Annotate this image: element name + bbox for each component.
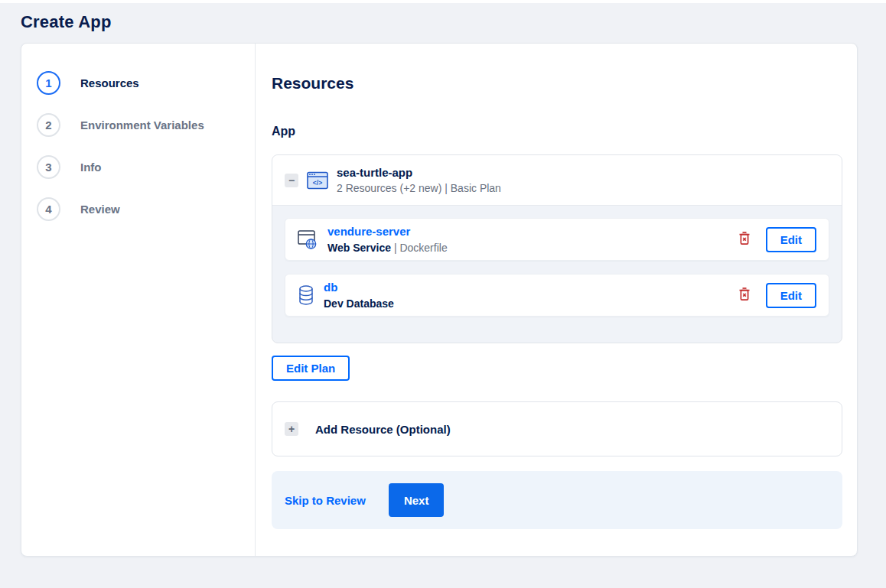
add-resource-label: Add Resource (Optional): [315, 423, 451, 436]
next-button[interactable]: Next: [389, 483, 445, 517]
step-environment-variables[interactable]: 2 Environment Variables: [37, 113, 255, 137]
page-title: Create App: [21, 12, 886, 32]
step-number-badge: 3: [37, 155, 60, 179]
resource-text: db Dev Database: [324, 281, 394, 310]
resource-name-link[interactable]: vendure-server: [327, 225, 410, 238]
edit-resource-button[interactable]: Edit: [766, 227, 816, 252]
app-meta: 2 Resources (+2 new) | Basic Plan: [337, 182, 501, 194]
add-resource-section[interactable]: + Add Resource (Optional): [272, 401, 842, 456]
resource-separator: |: [391, 242, 399, 254]
app-header-row: − </> sea-turtle-app 2 Resources (+2 new…: [272, 155, 842, 206]
app-header-text: sea-turtle-app 2 Resources (+2 new) | Ba…: [337, 166, 501, 194]
svg-text:</>: </>: [313, 178, 322, 186]
resources-step-content: Resources App − </> sea-turtle-app: [256, 44, 857, 556]
step-number-badge: 4: [37, 197, 60, 221]
delete-resource-button[interactable]: [737, 229, 752, 249]
resource-subtitle: Web Service | Dockerfile: [327, 242, 448, 254]
step-info[interactable]: 3 Info: [37, 155, 255, 179]
resource-detail: Dockerfile: [399, 242, 447, 254]
trash-icon: [738, 287, 751, 304]
content-heading: Resources: [272, 74, 842, 93]
resource-row-vendure-server: vendure-server Web Service | Dockerfile: [285, 218, 829, 261]
resource-type: Dev Database: [324, 297, 394, 310]
resource-subtitle: Dev Database: [324, 297, 394, 310]
step-label: Info: [80, 161, 102, 174]
step-review[interactable]: 4 Review: [37, 197, 255, 221]
wizard-footer: Skip to Review Next: [272, 471, 842, 529]
app-resources-card: − </> sea-turtle-app 2 Resources (+2 new…: [272, 154, 842, 343]
app-window-code-icon: </>: [307, 171, 328, 190]
web-service-icon: [298, 229, 318, 250]
resource-name-link[interactable]: db: [324, 281, 337, 294]
delete-resource-button[interactable]: [737, 285, 752, 305]
step-label: Environment Variables: [80, 119, 204, 132]
skip-to-review-link[interactable]: Skip to Review: [285, 494, 366, 507]
resource-row-db: db Dev Database: [285, 274, 829, 317]
app-resources-list: vendure-server Web Service | Dockerfile: [272, 206, 842, 343]
collapse-button[interactable]: −: [285, 174, 298, 187]
resource-type: Web Service: [327, 242, 391, 254]
database-icon: [298, 284, 314, 306]
top-strip: [0, 0, 886, 3]
edit-resource-button[interactable]: Edit: [766, 283, 816, 308]
create-app-card: 1 Resources 2 Environment Variables 3 In…: [21, 43, 858, 557]
trash-icon: [738, 231, 751, 248]
step-number-badge: 1: [37, 71, 60, 95]
step-resources[interactable]: 1 Resources: [37, 71, 255, 95]
step-number-badge: 2: [37, 113, 60, 137]
add-resource-expand-button[interactable]: +: [285, 422, 298, 436]
app-section-label: App: [272, 125, 842, 138]
step-label: Review: [80, 203, 120, 216]
step-label: Resources: [80, 76, 139, 89]
app-name: sea-turtle-app: [337, 166, 501, 179]
edit-plan-button[interactable]: Edit Plan: [272, 356, 350, 381]
wizard-stepper: 1 Resources 2 Environment Variables 3 In…: [21, 44, 256, 556]
resource-text: vendure-server Web Service | Dockerfile: [327, 225, 448, 254]
